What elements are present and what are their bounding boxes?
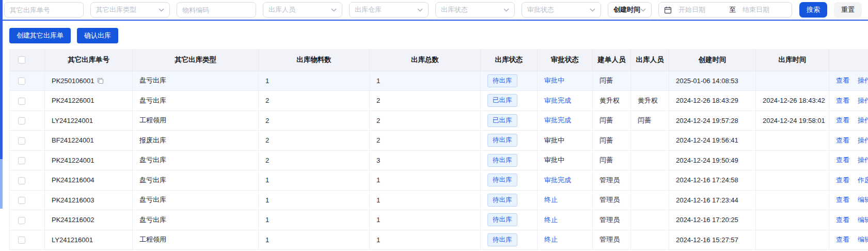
outbound-status-select[interactable]: 出库状态 bbox=[435, 2, 515, 18]
creator-name: 黄升权 bbox=[599, 97, 620, 104]
more-actions-link[interactable]: 操作 bbox=[858, 116, 868, 124]
view-link[interactable]: 查看 bbox=[836, 176, 849, 184]
total-count: 2 bbox=[376, 136, 380, 144]
time-field-select[interactable]: 创建时间 bbox=[608, 2, 652, 18]
date-separator: 至 bbox=[729, 5, 736, 14]
created-date-range-picker[interactable]: 开始日期 至 结束日期 bbox=[658, 2, 792, 18]
approval-status[interactable]: 审批完成 bbox=[544, 97, 571, 104]
row-checkbox[interactable] bbox=[18, 157, 25, 164]
row-checkbox[interactable] bbox=[18, 177, 25, 184]
order-number: BF241224001 bbox=[52, 136, 94, 144]
more-actions-link[interactable]: 操作 bbox=[858, 97, 868, 104]
created-at: 2024-12-16 15:27:57 bbox=[676, 236, 738, 244]
outbound-by-name: 闫蔷 bbox=[638, 116, 651, 124]
warehouse-select[interactable]: 出库仓库 bbox=[349, 2, 429, 18]
col-actions bbox=[829, 49, 868, 71]
select-all-header-cell bbox=[10, 49, 45, 71]
chevron-down-icon bbox=[417, 8, 423, 12]
col-material-count: 出库物料数 bbox=[259, 49, 370, 71]
approval-status[interactable]: 终止 bbox=[544, 236, 558, 243]
material-count: 1 bbox=[265, 196, 269, 204]
outbound-at: 2024-12-24 19:58:01 bbox=[763, 117, 825, 124]
approval-status[interactable]: 终止 bbox=[544, 216, 558, 224]
orders-table-wrap: 其它出库单号其它出库类型出库物料数出库总数出库状态审批状态建单人员出库人员创建时… bbox=[9, 49, 868, 250]
outbound-person-placeholder: 出库人员 bbox=[269, 5, 331, 14]
table-row: PK241224001盘亏出库23待出库审批中闫蔷2024-12-24 19:5… bbox=[10, 150, 868, 170]
view-link[interactable]: 查看 bbox=[836, 97, 849, 104]
more-actions-link[interactable]: 操作 bbox=[858, 156, 868, 164]
total-count: 3 bbox=[376, 156, 380, 164]
more-actions-link[interactable]: 操作 bbox=[858, 136, 868, 144]
void-link[interactable]: 作废 bbox=[858, 176, 868, 184]
view-link[interactable]: 查看 bbox=[836, 116, 849, 124]
order-number: PK241224001 bbox=[52, 156, 94, 164]
col-outbound-by: 出库人员 bbox=[631, 49, 669, 71]
view-link[interactable]: 查看 bbox=[836, 136, 849, 144]
left-edge-accent bbox=[0, 0, 3, 251]
row-checkbox[interactable] bbox=[18, 117, 25, 124]
outbound-status-badge: 已出库 bbox=[487, 114, 517, 127]
filter-bar-divider bbox=[0, 20, 868, 21]
row-checkbox[interactable] bbox=[18, 137, 25, 145]
table-row: LY241216001工程领用11待出库终止管理员2024-12-16 15:2… bbox=[10, 230, 868, 250]
col-approval-status: 审批状态 bbox=[538, 49, 593, 71]
table-row: PK241216003盘亏出库11待出库终止管理员2024-12-16 17:2… bbox=[10, 190, 868, 210]
row-checkbox[interactable] bbox=[18, 77, 25, 85]
outbound-status-placeholder: 出库状态 bbox=[441, 5, 503, 14]
total-count: 1 bbox=[376, 216, 380, 224]
row-checkbox[interactable] bbox=[18, 197, 25, 204]
approval-status[interactable]: 审批完成 bbox=[544, 116, 571, 124]
view-link[interactable]: 查看 bbox=[836, 216, 849, 224]
approval-status[interactable]: 审批完成 bbox=[544, 176, 571, 184]
creator-name: 管理员 bbox=[599, 216, 620, 224]
outbound-type: 盘亏出库 bbox=[139, 196, 166, 203]
outbound-status-badge: 已出库 bbox=[487, 94, 517, 107]
total-count: 2 bbox=[376, 97, 380, 104]
approval-status[interactable]: 终止 bbox=[544, 196, 558, 203]
row-checkbox[interactable] bbox=[18, 217, 25, 224]
copy-icon[interactable] bbox=[97, 77, 104, 84]
view-link[interactable]: 查看 bbox=[836, 76, 849, 84]
create-outbound-order-button[interactable]: 创建其它出库单 bbox=[9, 28, 71, 43]
approval-status-select[interactable]: 审批状态 bbox=[522, 2, 601, 18]
material-code-filter-input[interactable] bbox=[177, 2, 256, 18]
edit-link[interactable]: 编辑 bbox=[858, 196, 868, 203]
outbound-type: 工程领用 bbox=[139, 116, 166, 124]
edit-link[interactable]: 编辑 bbox=[858, 216, 868, 224]
chevron-down-icon bbox=[640, 8, 646, 12]
reset-button[interactable]: 重置 bbox=[834, 2, 862, 18]
creator-name: 管理员 bbox=[599, 196, 620, 203]
material-count: 2 bbox=[265, 117, 269, 124]
view-link[interactable]: 查看 bbox=[836, 156, 849, 164]
table-row: BF241224001报废出库22待出库审批中闫蔷2024-12-24 19:5… bbox=[10, 131, 868, 151]
view-link[interactable]: 查看 bbox=[836, 196, 849, 203]
approval-status[interactable]: 审批中 bbox=[544, 76, 564, 84]
confirm-outbound-button[interactable]: 确认出库 bbox=[77, 28, 118, 43]
approval-status-placeholder: 审批状态 bbox=[527, 5, 590, 14]
outbound-by-name: 黄升权 bbox=[638, 97, 658, 104]
total-count: 1 bbox=[376, 77, 380, 85]
created-at: 2024-12-16 17:24:58 bbox=[676, 176, 738, 184]
creator-name: 闫蔷 bbox=[599, 76, 613, 84]
view-link[interactable]: 查看 bbox=[836, 236, 849, 243]
outbound-type-select[interactable]: 其它出库类型 bbox=[90, 2, 170, 18]
select-all-checkbox[interactable] bbox=[18, 56, 25, 64]
calendar-icon bbox=[664, 6, 672, 14]
row-checkbox[interactable] bbox=[18, 98, 25, 105]
outbound-status-badge: 待出库 bbox=[487, 154, 517, 167]
more-actions-link[interactable]: 操作 bbox=[858, 76, 868, 84]
material-count: 2 bbox=[265, 136, 269, 144]
filter-bar: 其它出库类型 出库人员 出库仓库 出库状态 审批状态 创建时间 bbox=[0, 0, 868, 20]
outbound-type: 盘亏出库 bbox=[139, 156, 166, 164]
order-no-filter-input[interactable] bbox=[4, 2, 84, 18]
chevron-down-icon bbox=[503, 8, 509, 12]
total-count: 1 bbox=[376, 196, 380, 204]
outbound-status-badge: 待出库 bbox=[487, 194, 517, 207]
time-field-value: 创建时间 bbox=[613, 5, 640, 14]
order-number: PK241216002 bbox=[52, 216, 94, 224]
edit-link[interactable]: 编辑 bbox=[858, 236, 868, 243]
row-checkbox[interactable] bbox=[18, 237, 25, 244]
outbound-person-select[interactable]: 出库人员 bbox=[263, 2, 342, 18]
search-button[interactable]: 搜索 bbox=[799, 2, 827, 18]
material-count: 1 bbox=[265, 216, 269, 224]
